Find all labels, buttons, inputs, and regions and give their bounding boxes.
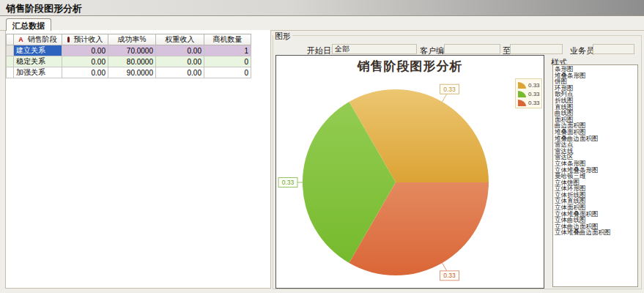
- cell-stage[interactable]: 稳定关系: [14, 56, 62, 67]
- text-format-icon: A: [18, 36, 23, 43]
- column-header-count[interactable]: 商机数量: [204, 34, 251, 45]
- graph-groupbox-label: 图形: [273, 31, 292, 42]
- salesman-label: 业务员: [570, 45, 594, 56]
- table-row[interactable]: 稳定关系 0.00 80.0000 0.00 0: [7, 56, 251, 67]
- row-indicator-header[interactable]: [7, 34, 14, 45]
- legend-entry: 0.33: [518, 89, 541, 98]
- table-row[interactable]: 加强关系 0.00 90.0000 0.00 0: [7, 67, 251, 78]
- legend-entry: 0.33: [518, 81, 541, 89]
- column-header-weighted[interactable]: 权重收入: [156, 34, 204, 45]
- pie-callout-label: 0.33: [443, 272, 456, 279]
- table-header-row: A销售阶段 预计收入 成功率% 权重收入 商机数量: [7, 34, 251, 45]
- legend-value: 0.33: [528, 82, 540, 89]
- legend-swatch-green: [518, 91, 526, 97]
- cell-expected[interactable]: 0.00: [62, 56, 108, 67]
- cell-success[interactable]: 70.0000: [108, 45, 156, 56]
- cell-weighted[interactable]: 0.00: [156, 45, 204, 56]
- column-header-expected[interactable]: 预计收入: [62, 34, 108, 45]
- customer-code-input[interactable]: [444, 44, 500, 54]
- legend-swatch-gold: [518, 82, 526, 89]
- legend-value: 0.33: [528, 91, 540, 97]
- page-title: 销售阶段图形分析: [6, 2, 82, 15]
- style-list-item[interactable]: 立体堆叠曲边面积图: [555, 229, 637, 236]
- graph-groupbox: 开始日期 客户编码 至 业务员 0.330.330.33 销售阶段图形分析 0.…: [273, 35, 642, 289]
- cell-expected[interactable]: 0.00: [62, 45, 108, 56]
- cell-expected[interactable]: 0.00: [62, 67, 108, 78]
- chart-title: 销售阶段图形分析: [276, 58, 544, 75]
- chart-legend: 0.33 0.33 0.33: [515, 78, 542, 108]
- column-header-label: 预计收入: [74, 35, 103, 43]
- table-row[interactable]: 建立关系 0.00 70.0000 0.00 1: [7, 45, 251, 56]
- window-titlebar: 销售阶段图形分析: [0, 0, 644, 16]
- style-list[interactable]: 条形图堆叠条形图饼图环形图散列点折线图直线图曲线图面积图曲边面积图堆叠面积图堆叠…: [552, 64, 638, 287]
- cell-weighted[interactable]: 0.00: [156, 67, 204, 78]
- start-date-combo[interactable]: [332, 44, 417, 54]
- column-header-stage[interactable]: A销售阶段: [14, 34, 62, 45]
- cell-count[interactable]: 1: [204, 45, 251, 56]
- pie-chart-svg: 0.330.330.33: [276, 56, 544, 288]
- legend-entry: 0.33: [518, 98, 541, 107]
- cell-success[interactable]: 80.0000: [108, 56, 156, 67]
- pie-callout-label: 0.33: [443, 86, 456, 93]
- legend-swatch-red: [518, 100, 526, 106]
- column-marker-icon: [67, 37, 70, 42]
- row-indicator[interactable]: [7, 45, 14, 56]
- row-indicator[interactable]: [7, 67, 14, 78]
- pie-chart-area: 0.330.330.33 销售阶段图形分析 0.33 0.33 0.33: [275, 55, 544, 289]
- cell-stage[interactable]: 加强关系: [14, 67, 62, 78]
- cell-success[interactable]: 90.0000: [108, 67, 156, 78]
- cell-count[interactable]: 0: [204, 56, 251, 67]
- customer-code-to-input[interactable]: [510, 44, 563, 54]
- cell-stage[interactable]: 建立关系: [14, 45, 62, 56]
- tab-summary-data[interactable]: 汇总数据: [6, 18, 51, 31]
- column-header-success[interactable]: 成功率%: [108, 34, 156, 45]
- row-indicator[interactable]: [7, 56, 14, 67]
- app-window: 销售阶段图形分析 汇总数据 A销售阶段 预计收入 成功率% 权重收入 商机数量 …: [0, 0, 644, 293]
- pie-callout-label: 0.33: [282, 179, 295, 186]
- summary-grid-panel: A销售阶段 预计收入 成功率% 权重收入 商机数量 建立关系 0.00 70.0…: [5, 30, 271, 289]
- cell-weighted[interactable]: 0.00: [156, 56, 204, 67]
- column-header-label: 销售阶段: [28, 35, 57, 43]
- legend-value: 0.33: [528, 100, 540, 106]
- salesman-input[interactable]: [593, 44, 634, 54]
- summary-table: A销售阶段 预计收入 成功率% 权重收入 商机数量 建立关系 0.00 70.0…: [6, 34, 251, 78]
- cell-count[interactable]: 0: [204, 67, 251, 78]
